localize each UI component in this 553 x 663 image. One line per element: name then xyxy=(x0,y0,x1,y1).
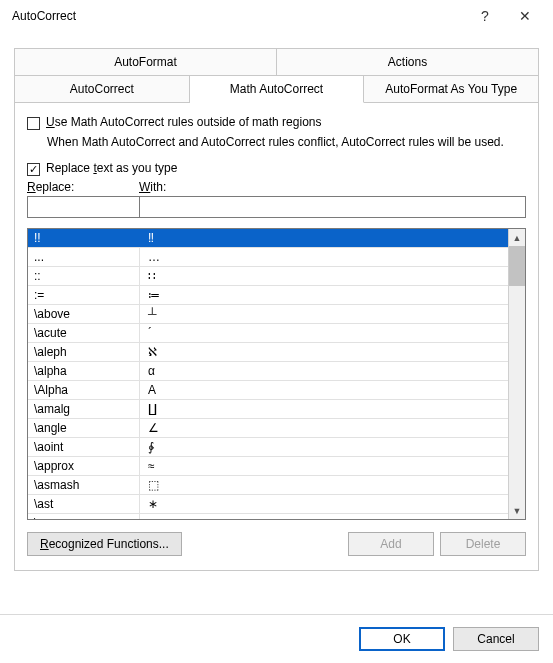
tab-autocorrect[interactable]: AutoCorrect xyxy=(14,76,190,103)
list-item-key: \approx xyxy=(28,457,140,475)
list-item-key: \asymp xyxy=(28,514,140,519)
title-bar: AutoCorrect ? ✕ xyxy=(0,0,553,32)
entries-list-body: !!‼...…::∷:=≔\above┴\acute´\alephℵ\alpha… xyxy=(28,229,508,519)
list-item-key: := xyxy=(28,286,140,304)
list-item-value: ≈ xyxy=(140,459,508,473)
list-item-value: ∳ xyxy=(140,440,508,454)
list-item-key: \asmash xyxy=(28,476,140,494)
list-item-value: ≍ xyxy=(140,516,508,519)
list-item-key: \acute xyxy=(28,324,140,342)
tab-actions[interactable]: Actions xyxy=(277,48,539,76)
list-item-value: … xyxy=(140,250,508,264)
list-item-key: \alpha xyxy=(28,362,140,380)
list-item-key: \amalg xyxy=(28,400,140,418)
list-item-value: α xyxy=(140,364,508,378)
entries-scrollbar[interactable]: ▲ ▼ xyxy=(508,229,525,519)
list-item-key: \ast xyxy=(28,495,140,513)
use-outside-row: Use Math AutoCorrect rules outside of ma… xyxy=(27,115,526,130)
scroll-up-icon[interactable]: ▲ xyxy=(509,229,525,246)
list-item-key: ... xyxy=(28,248,140,266)
list-item[interactable]: !!‼ xyxy=(28,229,508,248)
list-item-value: ℵ xyxy=(140,345,508,359)
list-item-value: ∷ xyxy=(140,269,508,283)
with-label: With: xyxy=(139,180,526,194)
list-item[interactable]: ::∷ xyxy=(28,267,508,286)
field-inputs xyxy=(27,196,526,218)
list-item-value: ‼ xyxy=(140,231,508,245)
tab-autoformat[interactable]: AutoFormat xyxy=(14,48,277,76)
list-item-value: ∐ xyxy=(140,402,508,416)
entries-list[interactable]: !!‼...…::∷:=≔\above┴\acute´\alephℵ\alpha… xyxy=(27,228,526,520)
list-item-key: \above xyxy=(28,305,140,323)
replace-as-type-row: ✓ Replace text as you type xyxy=(27,161,526,176)
scroll-thumb[interactable] xyxy=(509,246,525,286)
list-item-value: ´ xyxy=(140,326,508,340)
list-item-key: \aleph xyxy=(28,343,140,361)
list-item-value: ⬚ xyxy=(140,478,508,492)
list-item[interactable]: \amalg∐ xyxy=(28,400,508,419)
list-item[interactable]: \ast∗ xyxy=(28,495,508,514)
list-item[interactable]: \AlphaΑ xyxy=(28,381,508,400)
tabs-row-upper: AutoFormat Actions xyxy=(14,48,539,76)
list-item[interactable]: \angle∠ xyxy=(28,419,508,438)
panel-buttons: Recognized Functions... Add Delete xyxy=(27,532,526,556)
window-title: AutoCorrect xyxy=(12,9,465,23)
use-outside-checkbox[interactable] xyxy=(27,117,40,130)
list-item[interactable]: \alphaα xyxy=(28,362,508,381)
list-item-value: Α xyxy=(140,383,508,397)
field-labels: Replace: With: xyxy=(27,180,526,194)
conflict-note: When Math AutoCorrect and AutoCorrect ru… xyxy=(47,134,526,151)
list-item-value: ∠ xyxy=(140,421,508,435)
replace-label: Replace: xyxy=(27,180,139,194)
list-item-value: ∗ xyxy=(140,497,508,511)
recognized-functions-button[interactable]: Recognized Functions... xyxy=(27,532,182,556)
delete-button: Delete xyxy=(440,532,526,556)
cancel-button[interactable]: Cancel xyxy=(453,627,539,651)
ok-button[interactable]: OK xyxy=(359,627,445,651)
tab-panel: Use Math AutoCorrect rules outside of ma… xyxy=(14,103,539,571)
list-item-value: ┴ xyxy=(140,307,508,321)
list-item[interactable]: \asmash⬚ xyxy=(28,476,508,495)
list-item-key: \angle xyxy=(28,419,140,437)
list-item[interactable]: :=≔ xyxy=(28,286,508,305)
tab-autoformat-as-you-type[interactable]: AutoFormat As You Type xyxy=(364,76,539,103)
dialog-body: AutoFormat Actions AutoCorrect Math Auto… xyxy=(0,32,553,571)
tab-math-autocorrect[interactable]: Math AutoCorrect xyxy=(190,76,365,103)
list-item[interactable]: ...… xyxy=(28,248,508,267)
replace-as-type-label: Replace text as you type xyxy=(46,161,177,175)
list-item[interactable]: \above┴ xyxy=(28,305,508,324)
dialog-footer: OK Cancel xyxy=(0,614,553,663)
add-button: Add xyxy=(348,532,434,556)
replace-input[interactable] xyxy=(27,196,139,218)
scroll-down-icon[interactable]: ▼ xyxy=(509,502,525,519)
use-outside-label: Use Math AutoCorrect rules outside of ma… xyxy=(46,115,321,129)
list-item-key: !! xyxy=(28,229,140,247)
list-item[interactable]: \approx≈ xyxy=(28,457,508,476)
list-item-key: :: xyxy=(28,267,140,285)
list-item-key: \aoint xyxy=(28,438,140,456)
list-item[interactable]: \asymp≍ xyxy=(28,514,508,519)
list-item[interactable]: \alephℵ xyxy=(28,343,508,362)
list-item[interactable]: \acute´ xyxy=(28,324,508,343)
list-item-key: \Alpha xyxy=(28,381,140,399)
close-button[interactable]: ✕ xyxy=(505,2,545,30)
tabs-row-lower: AutoCorrect Math AutoCorrect AutoFormat … xyxy=(14,76,539,103)
help-button[interactable]: ? xyxy=(465,2,505,30)
replace-as-type-checkbox[interactable]: ✓ xyxy=(27,163,40,176)
with-input[interactable] xyxy=(139,196,526,218)
list-item[interactable]: \aoint∳ xyxy=(28,438,508,457)
list-item-value: ≔ xyxy=(140,288,508,302)
